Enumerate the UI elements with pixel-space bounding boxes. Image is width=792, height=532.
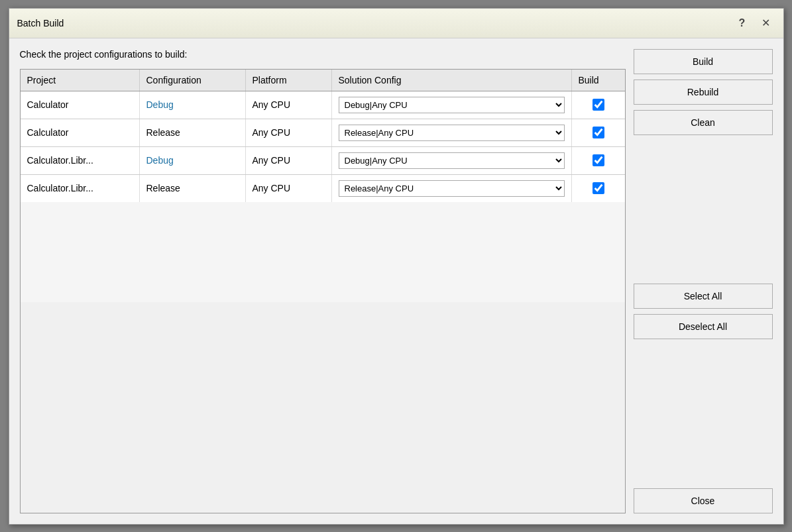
cell-project-3: Calculator.Libr... — [21, 147, 140, 174]
title-bar-right: ? ✕ — [733, 14, 775, 32]
cell-solution-config-2: Release|Any CPU Debug|Any CPU — [332, 119, 572, 146]
close-x-button[interactable]: ✕ — [757, 14, 775, 32]
header-configuration: Configuration — [140, 70, 246, 91]
title-bar: Batch Build ? ✕ — [9, 9, 783, 38]
cell-project-1: Calculator — [21, 91, 140, 119]
clean-button[interactable]: Clean — [634, 110, 773, 135]
table-container: Project Configuration Platform Solution … — [20, 69, 626, 513]
select-all-button[interactable]: Select All — [634, 284, 773, 309]
right-panel: Build Rebuild Clean Select All Deselect … — [634, 49, 773, 513]
table-row: Calculator Debug Any CPU Debug|Any CPU R… — [21, 91, 625, 119]
build-checkbox-4[interactable] — [593, 182, 604, 194]
cell-project-2: Calculator — [21, 119, 140, 146]
solution-config-select-2[interactable]: Release|Any CPU Debug|Any CPU — [339, 125, 565, 141]
cell-project-4: Calculator.Libr... — [21, 175, 140, 202]
cell-platform-1: Any CPU — [246, 91, 332, 119]
dialog-title: Batch Build — [17, 18, 64, 28]
batch-build-dialog: Batch Build ? ✕ Check the project config… — [9, 8, 784, 525]
cell-solution-config-4: Release|Any CPU Debug|Any CPU — [332, 175, 572, 202]
cell-build-1 — [572, 91, 625, 119]
button-spacer — [634, 140, 773, 279]
build-checkbox-2[interactable] — [593, 127, 604, 138]
cell-config-3: Debug — [140, 147, 246, 174]
close-button[interactable]: Close — [634, 488, 773, 513]
deselect-all-button[interactable]: Deselect All — [634, 314, 773, 339]
solution-config-select-3[interactable]: Debug|Any CPU Release|Any CPU — [339, 152, 565, 169]
solution-config-select-4[interactable]: Release|Any CPU Debug|Any CPU — [339, 180, 565, 197]
table-row: Calculator.Libr... Release Any CPU Relea… — [21, 175, 625, 202]
table-body: Calculator Debug Any CPU Debug|Any CPU R… — [21, 91, 625, 302]
description-text: Check the project configurations to buil… — [20, 49, 626, 60]
cell-config-1: Debug — [140, 91, 246, 119]
cell-platform-4: Any CPU — [246, 175, 332, 202]
spacer-bottom — [634, 345, 773, 483]
dialog-body: Check the project configurations to buil… — [9, 38, 783, 524]
rebuild-button[interactable]: Rebuild — [634, 80, 773, 105]
cell-build-4 — [572, 175, 625, 202]
cell-platform-3: Any CPU — [246, 147, 332, 174]
title-bar-left: Batch Build — [17, 18, 64, 28]
build-checkbox-1[interactable] — [593, 99, 604, 111]
header-build: Build — [572, 70, 625, 91]
table-row: Calculator.Libr... Debug Any CPU Debug|A… — [21, 147, 625, 175]
cell-solution-config-1: Debug|Any CPU Release|Any CPU — [332, 91, 572, 119]
empty-table-area — [21, 302, 625, 513]
build-checkbox-3[interactable] — [593, 154, 604, 166]
cell-platform-2: Any CPU — [246, 119, 332, 146]
header-solution-config: Solution Config — [332, 70, 572, 91]
table-row: Calculator Release Any CPU Release|Any C… — [21, 119, 625, 147]
cell-build-2 — [572, 119, 625, 146]
header-platform: Platform — [246, 70, 332, 91]
table-header: Project Configuration Platform Solution … — [21, 70, 625, 91]
build-button[interactable]: Build — [634, 49, 773, 74]
help-button[interactable]: ? — [733, 14, 752, 32]
solution-config-select-1[interactable]: Debug|Any CPU Release|Any CPU — [339, 97, 565, 113]
header-project: Project — [21, 70, 140, 91]
cell-config-2: Release — [140, 119, 246, 146]
cell-config-4: Release — [140, 175, 246, 202]
cell-build-3 — [572, 147, 625, 174]
left-panel: Check the project configurations to buil… — [20, 49, 626, 513]
cell-solution-config-3: Debug|Any CPU Release|Any CPU — [332, 147, 572, 174]
